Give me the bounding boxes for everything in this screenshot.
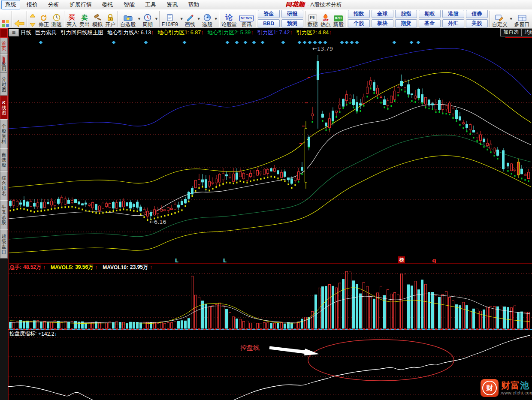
volume-bar bbox=[462, 302, 465, 328]
chevron-down-icon[interactable]: ▼ bbox=[137, 17, 141, 21]
button-资讯[interactable]: NEWS资讯 bbox=[238, 10, 255, 28]
menu-item-7[interactable]: 资讯 bbox=[163, 0, 181, 9]
button-F10/F9[interactable]: F10/F9 bbox=[160, 10, 179, 28]
sidebar-tab-分时图[interactable]: 分时图 bbox=[0, 73, 8, 96]
menu-item-8[interactable]: 帮助 bbox=[184, 0, 203, 9]
sidebar-tab-自选股[interactable]: 自选股 bbox=[0, 148, 8, 171]
button-板块[interactable]: 板块 bbox=[372, 19, 393, 27]
volume-bar bbox=[528, 312, 530, 328]
button-基金[interactable]: 基金 bbox=[419, 19, 441, 27]
chevron-down-icon[interactable]: ▼ bbox=[180, 17, 184, 21]
menu-item-0[interactable]: 系统 bbox=[1, 0, 20, 9]
collapse-button[interactable]: ▦ bbox=[9, 29, 19, 36]
button-数据[interactable]: PE数据 bbox=[306, 10, 319, 28]
button-港股[interactable]: 港股 bbox=[442, 10, 464, 18]
button-新股[interactable]: IPO新股 bbox=[332, 10, 345, 28]
volume-bar bbox=[209, 307, 211, 328]
chevron-down-icon[interactable]: ▼ bbox=[509, 17, 513, 21]
menu-item-1[interactable]: 报价 bbox=[23, 0, 42, 9]
menu-item-3[interactable]: 扩展行情 bbox=[66, 0, 96, 9]
sidebar-tab-综合排名[interactable]: 综合排名 bbox=[0, 171, 8, 200]
volume-bar bbox=[476, 309, 478, 328]
candle-body bbox=[154, 210, 156, 215]
button-卖出[interactable]: 卖卖出 bbox=[78, 10, 91, 28]
trend-tick bbox=[429, 108, 430, 109]
sidebar-tab-牛叉诊股[interactable]: 牛叉诊股 bbox=[0, 200, 8, 229]
sub-indicator-value: +142.2 bbox=[38, 331, 54, 337]
button-画线[interactable]: 画线 bbox=[184, 10, 196, 28]
button-美股[interactable]: 美股 bbox=[466, 19, 488, 27]
button-预测[interactable]: 预测 bbox=[281, 19, 303, 27]
candle-body bbox=[40, 202, 42, 208]
button-买入[interactable]: 买买入 bbox=[65, 10, 78, 28]
button-arrows-updown[interactable] bbox=[28, 10, 37, 28]
sidebar-tab-应用[interactable]: 应用 bbox=[0, 54, 8, 73]
button-全球[interactable]: 全球 bbox=[372, 10, 393, 18]
menu-item-6[interactable]: 工具 bbox=[141, 0, 160, 9]
button-研报[interactable]: 研报 bbox=[281, 10, 303, 18]
button-多窗口[interactable]: 多窗口 bbox=[513, 10, 531, 28]
volume-bar bbox=[466, 306, 468, 328]
button-论股堂[interactable]: 论论股堂 bbox=[220, 10, 238, 28]
trend-tick bbox=[99, 213, 100, 214]
toolbar-button-wrap: 自选股▼ bbox=[119, 10, 141, 28]
cfchi-icon-char: 财 bbox=[486, 384, 493, 393]
button-均线[interactable]: 均线 bbox=[522, 28, 532, 36]
chevron-down-icon[interactable]: ▼ bbox=[154, 17, 158, 21]
volume-bar bbox=[353, 281, 355, 328]
button-app-grid[interactable] bbox=[0, 10, 11, 28]
candle-body bbox=[281, 172, 283, 177]
button-热点[interactable]: HOT热点 bbox=[319, 10, 332, 28]
trend-tick bbox=[206, 189, 207, 190]
sidebar-tab-超级盘口[interactable]: 超级盘口 bbox=[0, 229, 8, 259]
volume-bar bbox=[363, 282, 365, 328]
menu-item-5[interactable]: 智能 bbox=[120, 0, 139, 9]
button-资金[interactable]: 资金 bbox=[258, 10, 280, 18]
button-加自选[interactable]: 加自选 bbox=[500, 28, 522, 36]
button-周期[interactable]: 周期 bbox=[141, 10, 154, 28]
back-arrow-icon bbox=[14, 18, 24, 27]
volume-bar bbox=[85, 323, 87, 328]
button-修正[interactable]: 修正 bbox=[37, 10, 50, 28]
candle-body bbox=[174, 204, 176, 209]
candle-body bbox=[267, 169, 269, 173]
sidebar-tab-个股资料[interactable]: 个股资料 bbox=[0, 119, 8, 148]
button-自选股[interactable]: 自选股 bbox=[119, 10, 137, 28]
button-外汇[interactable]: 外汇 bbox=[442, 19, 464, 27]
menu-item-4[interactable]: 委托 bbox=[98, 0, 117, 9]
button-期货[interactable]: 期货 bbox=[395, 19, 417, 27]
volume-bar bbox=[339, 283, 341, 328]
button-自定义[interactable]: 自定义 bbox=[491, 10, 509, 28]
sidebar-tab-首页[interactable]: 首页 bbox=[0, 38, 8, 54]
chevron-down-icon[interactable]: ▼ bbox=[214, 17, 218, 21]
indicator-1: 地心引力区1: 6.87↑ bbox=[157, 30, 203, 36]
candle-body bbox=[257, 171, 259, 175]
button-期权[interactable]: 期权 bbox=[419, 10, 441, 18]
button-股指[interactable]: 股指 bbox=[395, 10, 417, 18]
tab-char: 叉 bbox=[2, 210, 6, 215]
trend-tick bbox=[168, 214, 169, 216]
menu-item-2[interactable]: 分析 bbox=[44, 0, 63, 9]
button-选股[interactable]: 选股 bbox=[201, 10, 214, 28]
period-label[interactable]: 日线 bbox=[21, 29, 31, 36]
indicator-label: 引力区2: bbox=[296, 30, 317, 36]
button-back-arrow[interactable] bbox=[13, 10, 26, 28]
button-个股[interactable]: 个股 bbox=[348, 19, 370, 27]
indicator-label: 地心引力线A: bbox=[107, 30, 139, 36]
chevron-down-icon[interactable]: ▼ bbox=[197, 17, 201, 21]
button-开户[interactable]: 开户 bbox=[104, 10, 117, 28]
tab-char: 盘 bbox=[2, 244, 6, 249]
button-测速[interactable]: 测速 bbox=[50, 10, 63, 28]
button-债券[interactable]: 债券 bbox=[466, 10, 488, 18]
trend-tick bbox=[484, 146, 485, 147]
button-BBD[interactable]: BBD bbox=[258, 19, 280, 27]
sidebar-tab-K线图[interactable]: K线图 bbox=[0, 96, 8, 119]
up-arrow-icon: ↑ bbox=[95, 265, 97, 271]
button-模拟[interactable]: 模拟 bbox=[91, 10, 104, 28]
chart-marker: L bbox=[175, 257, 178, 264]
chart-canvas[interactable]: ←13.79←6.16LL榜q控盘线 bbox=[0, 0, 532, 400]
trend-tick bbox=[51, 208, 52, 210]
toolbar-button-wrap bbox=[28, 10, 37, 28]
trend-tick bbox=[456, 120, 457, 122]
button-指数[interactable]: 指数 bbox=[348, 10, 370, 18]
